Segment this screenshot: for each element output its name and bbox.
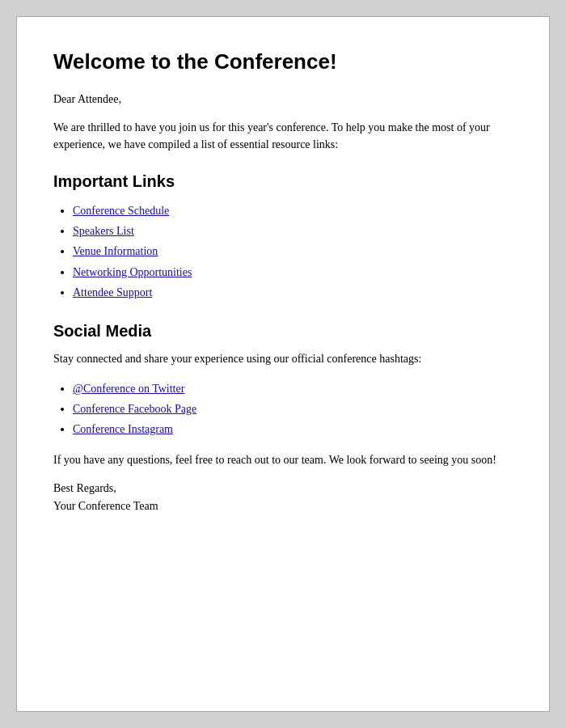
link-instagram[interactable]: Conference Instagram [73,423,173,435]
important-links-list: Conference Schedule Speakers List Venue … [73,201,513,303]
link-networking-opportunities[interactable]: Networking Opportunities [73,266,192,278]
link-conference-schedule[interactable]: Conference Schedule [73,205,169,217]
list-item: Conference Instagram [73,419,513,439]
social-media-heading: Social Media [53,322,513,341]
closing-paragraph: If you have any questions, feel free to … [53,451,513,468]
list-item: Networking Opportunities [73,262,513,282]
page-title: Welcome to the Conference! [53,49,513,74]
important-links-heading: Important Links [53,172,513,191]
list-item: Attendee Support [73,282,513,303]
link-speakers-list[interactable]: Speakers List [73,225,134,237]
page-container: Welcome to the Conference! Dear Attendee… [16,16,550,712]
social-media-list: @Conference on Twitter Conference Facebo… [73,379,513,440]
greeting-text: Dear Attendee, [53,91,513,108]
list-item: @Conference on Twitter [73,379,513,399]
link-venue-information[interactable]: Venue Information [73,245,158,257]
sign-off: Best Regards, Your Conference Team [53,480,513,516]
link-facebook[interactable]: Conference Facebook Page [73,403,196,415]
link-twitter[interactable]: @Conference on Twitter [73,383,184,395]
list-item: Conference Schedule [73,201,513,221]
intro-paragraph: We are thrilled to have you join us for … [53,119,513,153]
list-item: Speakers List [73,221,513,241]
list-item: Conference Facebook Page [73,399,513,419]
sign-off-line1: Best Regards, [53,480,513,497]
social-media-intro: Stay connected and share your experience… [53,350,513,367]
link-attendee-support[interactable]: Attendee Support [73,286,152,298]
list-item: Venue Information [73,241,513,261]
sign-off-line2: Your Conference Team [53,497,513,515]
